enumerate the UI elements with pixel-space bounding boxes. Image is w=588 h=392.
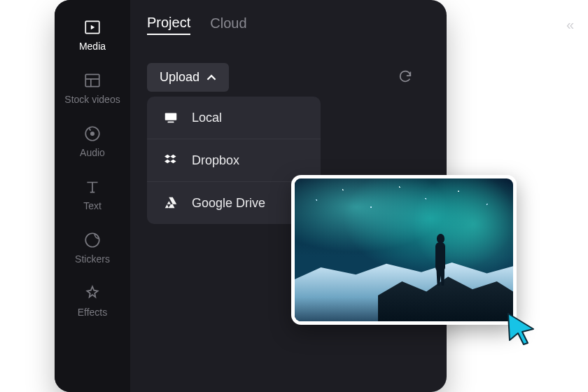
upload-button-label: Upload xyxy=(160,70,200,85)
stock-grid-icon xyxy=(83,71,102,90)
sidebar-item-label: Stock videos xyxy=(64,94,120,105)
upload-option-local[interactable]: Local xyxy=(147,97,321,139)
sidebar-item-label: Audio xyxy=(80,147,105,158)
sidebar-item-label: Text xyxy=(83,200,102,211)
chevron-up-icon xyxy=(206,73,216,83)
tab-project[interactable]: Project xyxy=(147,15,190,35)
svg-point-4 xyxy=(85,233,99,247)
panel-header: Project Cloud « xyxy=(130,0,588,49)
upload-option-dropbox[interactable]: Dropbox xyxy=(147,139,321,182)
collapse-panel-button[interactable]: « xyxy=(566,17,571,33)
effects-sparkle-icon xyxy=(83,284,102,302)
upload-option-label: Google Drive xyxy=(192,196,265,211)
sidebar-item-label: Stickers xyxy=(75,253,110,265)
sidebar-item-stock-videos[interactable]: Stock videos xyxy=(55,66,130,111)
media-thumbnail[interactable] xyxy=(291,175,517,325)
sidebar-item-audio[interactable]: Audio xyxy=(55,119,130,164)
sidebar-item-effects[interactable]: Effects xyxy=(55,279,130,323)
monitor-icon xyxy=(162,109,179,126)
sidebar-item-stickers[interactable]: Stickers xyxy=(55,225,130,270)
google-drive-icon xyxy=(162,195,179,211)
sidebar-item-media[interactable]: Media xyxy=(55,13,130,57)
upload-option-label: Dropbox xyxy=(192,153,239,168)
svg-point-3 xyxy=(91,132,94,135)
audio-disc-icon xyxy=(83,125,102,143)
cursor-icon xyxy=(505,311,536,346)
sidebar: Media Stock videos Audio Text Stickers E… xyxy=(55,0,130,392)
sticker-circle-icon xyxy=(83,231,102,249)
svg-rect-6 xyxy=(167,122,174,123)
refresh-button[interactable] xyxy=(398,69,413,87)
svg-rect-1 xyxy=(85,74,99,86)
sidebar-item-label: Effects xyxy=(78,307,108,318)
media-play-icon xyxy=(83,18,102,36)
text-icon xyxy=(83,178,102,196)
refresh-icon xyxy=(398,69,413,84)
tab-cloud[interactable]: Cloud xyxy=(210,15,246,34)
sidebar-item-label: Media xyxy=(79,41,106,52)
svg-rect-5 xyxy=(165,113,177,120)
upload-button[interactable]: Upload xyxy=(147,63,229,92)
thumbnail-person xyxy=(430,230,451,286)
upload-option-label: Local xyxy=(192,111,222,125)
upload-row: Upload xyxy=(147,63,413,92)
sidebar-item-text[interactable]: Text xyxy=(55,172,130,217)
dropbox-icon xyxy=(162,152,179,169)
